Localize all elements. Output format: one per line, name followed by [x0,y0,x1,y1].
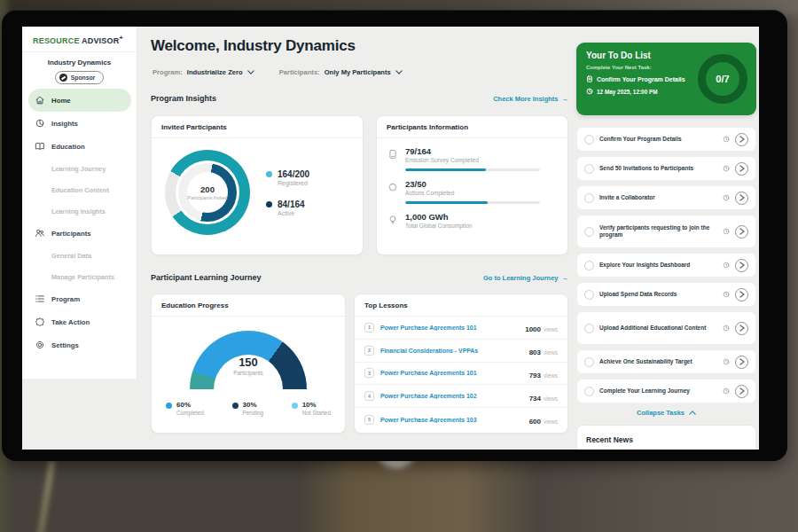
learning-journey-header: Participant Learning Journey Go to Learn… [151,273,568,282]
sidebar-item-insights[interactable]: Insights [22,112,137,135]
lesson-row: 1 Power Purchase Agreements 101 1000view… [355,317,567,340]
rank-badge: 4 [364,391,374,401]
task-upload-spend-data[interactable]: Upload Spend Data Records [576,282,756,307]
task-verify-participants[interactable]: Verify participants requesting to join t… [576,215,756,248]
lesson-link[interactable]: Power Purchase Agreements 101 [380,370,523,376]
sponsor-badge: Sponsor [55,71,105,84]
sidebar-item-program[interactable]: Program [22,287,137,310]
chevron-down-icon[interactable] [395,70,403,74]
program-filter-value[interactable]: Industrialize Zero [187,68,243,76]
sidebar-item-learning-insights[interactable]: Learning Insights [22,200,137,222]
participants-information-card: Participants Information 79/164 Emission… [376,115,568,255]
task-achieve-sustainability-target[interactable]: Achieve One Sustainability Target [576,349,756,374]
rank-badge: 1 [364,323,374,332]
clock-icon [723,262,730,269]
sidebar-item-participants[interactable]: Participants [22,222,137,245]
legend-completed: 60% Completed [166,401,204,416]
org-name: Industry Dynamics [22,59,137,66]
task-checkbox[interactable] [584,357,594,367]
recent-news-card: Recent News [576,425,756,450]
arrow-right-icon: → [562,274,569,282]
lesson-link[interactable]: Power Purchase Agreements 101 [380,325,519,331]
actions-icon [387,182,398,192]
home-icon [35,95,45,106]
arrow-right-icon: → [562,95,569,103]
task-go-button[interactable] [735,385,748,398]
check-more-insights-link[interactable]: Check More Insights → [493,95,568,103]
task-go-button[interactable] [735,322,748,335]
task-go-button[interactable] [735,225,748,239]
sidebar: RESOURCE ADVISOR+ Industry Dynamics Spon… [22,27,137,379]
gear-icon [35,340,45,350]
sidebar-item-learning-journey[interactable]: Learning Journey [22,158,137,179]
task-confirm-program-details[interactable]: Confirm Your Program Details [576,127,756,152]
clock-icon [723,325,730,332]
lesson-link[interactable]: Power Purchase Agreements 102 [380,393,523,399]
task-explore-insights[interactable]: Explore Your Insights Dashboard [576,253,756,278]
lesson-link[interactable]: Power Purchase Agreements 103 [380,417,523,423]
sidebar-item-home[interactable]: Home [28,89,131,112]
photo-scene: RESOURCE ADVISOR+ Industry Dynamics Spon… [0,0,798,532]
collapse-tasks-link[interactable]: Collapse Tasks [576,409,756,417]
task-go-button[interactable] [735,259,748,272]
task-complete-learning-journey[interactable]: Complete Your Learning Journey [576,379,756,403]
task-checkbox[interactable] [584,261,594,270]
insights-icon [35,118,45,129]
clipboard-icon [586,75,593,82]
task-go-button[interactable] [735,133,748,146]
main-content: Welcome, Industry Dynamics Program: Indu… [151,27,568,450]
legend-dot [266,201,272,207]
top-lessons-card: Top Lessons 1 Power Purchase Agreements … [354,293,568,434]
task-go-button[interactable] [735,192,748,205]
sidebar-item-manage-participants[interactable]: Manage Participants [22,266,137,287]
task-checkbox[interactable] [584,387,594,396]
sidebar-item-take-action[interactable]: Take Action [22,310,137,333]
clock-icon [723,387,730,395]
recent-news-title: Recent News [586,435,747,444]
page-title: Welcome, Industry Dynamics [151,37,356,55]
task-go-button[interactable] [735,356,748,369]
sidebar-item-settings[interactable]: Settings [22,333,137,356]
task-checkbox[interactable] [584,324,594,333]
app-logo: RESOURCE ADVISOR+ [22,27,137,52]
filters-row: Program: Industrialize Zero Participants… [153,68,403,76]
task-checkbox[interactable] [584,164,594,174]
action-icon [35,317,45,327]
todo-next-task: Confirm Your Program Details [597,76,685,82]
actions-progress-bar [405,201,540,204]
participants-filter-value[interactable]: Only My Participants [325,68,391,76]
sidebar-item-education[interactable]: Education [22,135,137,158]
stat-emission-survey: 79/164 Emission Survey Completed [377,138,567,171]
task-checkbox[interactable] [584,135,594,145]
task-go-button[interactable] [735,288,748,301]
task-upload-educational-content[interactable]: Upload Additional Educational Content [576,311,756,345]
invited-donut-center: 200 Participants Invited [187,172,228,213]
go-to-learning-journey-link[interactable]: Go to Learning Journey → [483,274,568,282]
program-filter-label: Program: [153,68,183,76]
todo-datetime: 12 May 2025, 12:00 PM [597,89,658,95]
stat-actions-completed: 23/50 Actions Completed [377,171,567,204]
rank-badge: 3 [364,368,374,378]
logo-advisor: ADVISOR [82,36,119,45]
participants-filter-label: Participants: [279,68,320,76]
sidebar-item-general-data[interactable]: General Data [22,245,137,266]
task-send-invitations[interactable]: Send 50 Invitations to Participants [576,156,756,181]
invited-donut-ring-outer: 200 Participants Invited [165,150,250,235]
clock-icon [723,228,730,235]
rank-badge: 5 [364,415,374,425]
sidebar-item-education-content[interactable]: Education Content [22,179,137,200]
task-invite-collaborator[interactable]: Invite a Collaborator [576,185,756,210]
clock-icon [723,194,730,201]
invited-legend: 164/200 Registered 84/164 Active [266,169,309,216]
task-go-button[interactable] [735,162,748,176]
todo-panel: Your To Do List Complete Your Next Task:… [576,43,756,450]
chevron-down-icon[interactable] [247,70,254,74]
education-legend: 60% Completed 30% Pending 10% Not Starte… [152,401,345,416]
task-checkbox[interactable] [584,290,594,300]
task-checkbox[interactable] [584,227,594,237]
lesson-link[interactable]: Financial Considerations - VPPAs [380,348,523,354]
lesson-row: 2 Financial Considerations - VPPAs 803vi… [355,340,567,363]
task-checkbox[interactable] [584,193,594,203]
participants-information-title: Participants Information [377,116,567,138]
people-icon [35,228,45,239]
